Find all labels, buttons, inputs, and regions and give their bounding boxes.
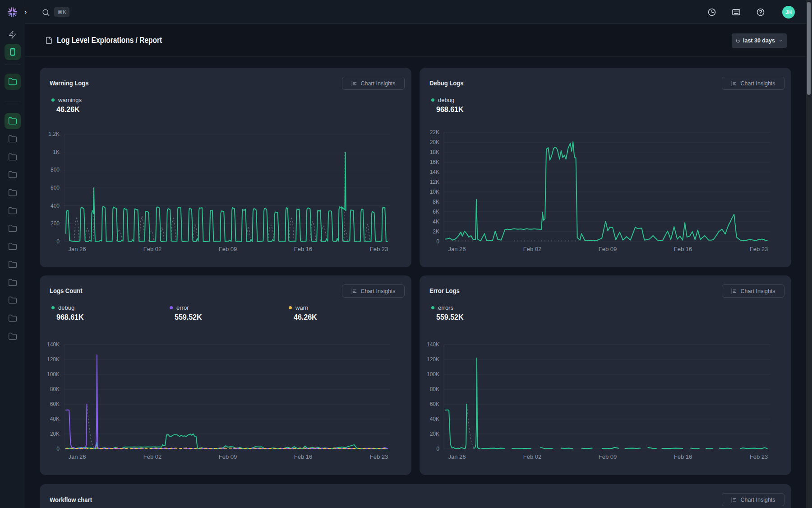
svg-text:40K: 40K — [50, 416, 60, 422]
svg-text:18K: 18K — [430, 149, 439, 155]
svg-text:Jan 26: Jan 26 — [68, 453, 86, 460]
svg-text:14K: 14K — [430, 169, 439, 175]
svg-text:10K: 10K — [430, 189, 439, 195]
svg-text:100K: 100K — [47, 371, 60, 378]
svg-text:60K: 60K — [430, 401, 439, 407]
svg-text:Feb 02: Feb 02 — [523, 246, 541, 252]
svg-text:Jan 26: Jan 26 — [68, 246, 86, 252]
svg-text:0: 0 — [56, 446, 60, 452]
svg-text:80K: 80K — [430, 386, 439, 392]
svg-text:400: 400 — [51, 203, 60, 209]
svg-text:120K: 120K — [427, 356, 439, 363]
svg-text:600: 600 — [51, 185, 60, 191]
svg-text:140K: 140K — [427, 341, 439, 348]
svg-text:Feb 16: Feb 16 — [294, 246, 312, 252]
svg-text:20K: 20K — [430, 431, 439, 437]
svg-text:Feb 16: Feb 16 — [674, 453, 692, 460]
svg-text:22K: 22K — [430, 129, 439, 135]
svg-text:Feb 23: Feb 23 — [370, 453, 388, 460]
svg-text:Feb 02: Feb 02 — [143, 453, 161, 460]
svg-text:Feb 09: Feb 09 — [599, 246, 617, 252]
svg-text:Feb 16: Feb 16 — [294, 453, 312, 460]
svg-text:80K: 80K — [50, 386, 60, 392]
svg-text:Feb 09: Feb 09 — [599, 453, 617, 460]
svg-text:1.2K: 1.2K — [48, 131, 60, 137]
svg-text:60K: 60K — [50, 401, 60, 407]
svg-text:120K: 120K — [47, 356, 60, 363]
svg-text:Feb 02: Feb 02 — [143, 246, 161, 252]
svg-text:Feb 23: Feb 23 — [750, 453, 768, 460]
svg-text:800: 800 — [51, 167, 60, 173]
svg-text:140K: 140K — [47, 341, 60, 348]
svg-text:0: 0 — [436, 238, 439, 245]
svg-text:2K: 2K — [433, 228, 439, 235]
svg-text:Feb 23: Feb 23 — [750, 246, 768, 252]
svg-text:4K: 4K — [433, 219, 439, 225]
svg-text:Feb 23: Feb 23 — [370, 246, 388, 252]
svg-text:0: 0 — [436, 446, 439, 452]
svg-text:Feb 09: Feb 09 — [219, 453, 237, 460]
svg-text:0: 0 — [56, 238, 60, 245]
svg-text:20K: 20K — [50, 431, 60, 437]
svg-text:200: 200 — [51, 220, 60, 227]
svg-text:Jan 26: Jan 26 — [448, 246, 466, 252]
svg-text:Feb 02: Feb 02 — [523, 453, 541, 460]
svg-text:Feb 16: Feb 16 — [674, 246, 692, 252]
svg-text:6K: 6K — [433, 209, 439, 215]
svg-text:8K: 8K — [433, 199, 439, 205]
svg-text:100K: 100K — [427, 371, 439, 378]
svg-text:12K: 12K — [430, 179, 439, 185]
svg-text:16K: 16K — [430, 159, 439, 165]
svg-text:40K: 40K — [430, 416, 439, 422]
svg-text:Jan 26: Jan 26 — [448, 453, 466, 460]
svg-text:1K: 1K — [53, 149, 60, 155]
svg-text:20K: 20K — [430, 139, 439, 145]
svg-text:Feb 09: Feb 09 — [219, 246, 237, 252]
